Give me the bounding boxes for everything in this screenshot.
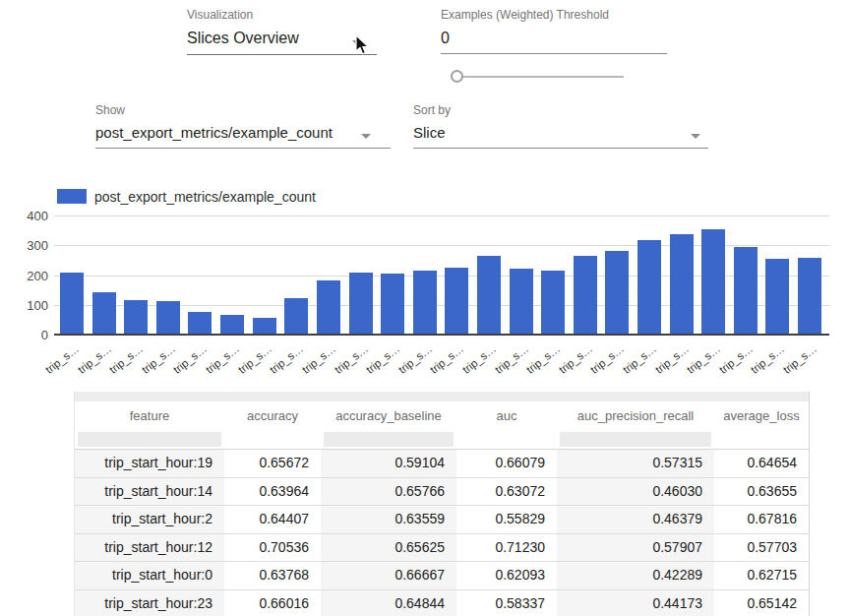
table-row[interactable]: trip_start_hour:00.637680.666670.620930.… xyxy=(75,562,809,590)
bar[interactable] xyxy=(188,312,212,335)
show-label: Show xyxy=(95,103,391,117)
metric-cell: 0.65672 xyxy=(224,450,321,477)
bar[interactable] xyxy=(798,258,821,335)
bar[interactable] xyxy=(92,292,116,335)
bar[interactable] xyxy=(541,271,565,335)
mouse-cursor-icon xyxy=(354,34,370,56)
metric-cell: 0.46030 xyxy=(557,478,714,506)
feature-cell: trip_start_hour:23 xyxy=(75,590,224,616)
metric-cell: 0.57315 xyxy=(557,450,714,477)
y-axis-tick: 100 xyxy=(9,298,48,313)
slider-handle[interactable] xyxy=(451,70,463,83)
table-filter-cell xyxy=(456,429,557,449)
bar[interactable] xyxy=(477,256,501,336)
table-header-cell[interactable]: auc_precision_recall xyxy=(557,408,714,423)
metric-cell: 0.65142 xyxy=(714,590,809,616)
threshold-field[interactable]: Examples (Weighted) Threshold 0 xyxy=(441,8,667,54)
bar[interactable] xyxy=(413,271,437,335)
table-filter-cell xyxy=(321,429,456,449)
metric-cell: 0.62715 xyxy=(714,562,809,589)
threshold-label: Examples (Weighted) Threshold xyxy=(441,8,667,22)
feature-cell: trip_start_hour:12 xyxy=(75,534,224,562)
bar[interactable] xyxy=(124,300,148,335)
table-filter-cell xyxy=(224,429,321,449)
bar[interactable] xyxy=(317,280,340,335)
threshold-slider[interactable] xyxy=(451,70,624,85)
sortby-dropdown[interactable]: Sort by Slice xyxy=(413,103,708,149)
metric-cell: 0.63655 xyxy=(714,478,809,506)
bar[interactable] xyxy=(637,240,661,335)
metric-cell: 0.44173 xyxy=(557,590,714,616)
table-row[interactable]: trip_start_hour:120.705360.656250.712300… xyxy=(75,534,809,563)
bar[interactable] xyxy=(701,229,725,335)
bar[interactable] xyxy=(349,273,373,335)
bar[interactable] xyxy=(574,256,597,335)
x-axis-line xyxy=(54,334,829,336)
bar[interactable] xyxy=(510,269,533,336)
sortby-value[interactable]: Slice xyxy=(413,124,708,141)
bar[interactable] xyxy=(284,298,308,335)
table-row[interactable]: trip_start_hour:230.660160.648440.583370… xyxy=(75,590,809,616)
bar[interactable] xyxy=(60,273,84,335)
metric-cell: 0.70536 xyxy=(224,534,321,562)
metric-cell: 0.66016 xyxy=(224,590,321,616)
metric-cell: 0.66667 xyxy=(321,562,456,589)
bar[interactable] xyxy=(220,315,244,335)
table-filter-input[interactable] xyxy=(560,432,711,447)
metric-cell: 0.65625 xyxy=(321,534,456,562)
metric-cell: 0.42289 xyxy=(557,562,714,589)
bar[interactable] xyxy=(765,259,789,335)
table-filter-row xyxy=(75,429,809,450)
metric-cell: 0.71230 xyxy=(456,534,557,562)
slider-track[interactable] xyxy=(451,76,624,78)
table-filter-input[interactable] xyxy=(324,432,454,447)
metric-cell: 0.62093 xyxy=(456,562,557,589)
show-dropdown[interactable]: Show post_export_metrics/example_count xyxy=(95,103,391,149)
bar[interactable] xyxy=(605,251,629,335)
y-axis-tick: 400 xyxy=(9,209,48,223)
feature-cell: trip_start_hour:14 xyxy=(75,478,224,506)
bar[interactable] xyxy=(670,234,694,335)
metric-cell: 0.64407 xyxy=(224,506,321,533)
visualization-dropdown[interactable]: Visualization Slices Overview xyxy=(187,8,377,55)
table-header-cell[interactable]: feature xyxy=(75,408,224,423)
table-top-sliver xyxy=(75,392,809,401)
metric-cell: 0.63559 xyxy=(321,506,456,533)
show-value[interactable]: post_export_metrics/example_count xyxy=(95,124,391,141)
bar[interactable] xyxy=(381,274,404,335)
metric-cell: 0.63768 xyxy=(224,562,321,589)
table-filter-cell xyxy=(75,429,224,449)
metric-cell: 0.66079 xyxy=(456,450,557,477)
metric-cell: 0.58337 xyxy=(456,590,557,616)
chevron-down-icon[interactable] xyxy=(361,134,371,139)
gridline xyxy=(54,216,829,216)
metric-cell: 0.46379 xyxy=(557,506,714,533)
feature-cell: trip_start_hour:19 xyxy=(75,450,224,477)
metric-cell: 0.64654 xyxy=(714,450,809,477)
visualization-label: Visualization xyxy=(187,8,377,22)
metric-cell: 0.57907 xyxy=(557,534,714,562)
slices-bar-chart: post_export_metrics/example_count 400300… xyxy=(0,182,849,389)
visualization-value[interactable]: Slices Overview xyxy=(187,30,377,47)
table-header-cell[interactable]: accuracy xyxy=(224,408,321,423)
table-row[interactable]: trip_start_hour:20.644070.635590.558290.… xyxy=(75,506,809,534)
bar[interactable] xyxy=(734,247,758,335)
metric-cell: 0.64844 xyxy=(321,590,456,616)
bar[interactable] xyxy=(156,301,180,335)
bar[interactable] xyxy=(253,318,276,336)
table-row[interactable]: trip_start_hour:190.656720.591040.660790… xyxy=(75,450,809,478)
metric-cell: 0.55829 xyxy=(456,506,557,533)
bar[interactable] xyxy=(445,268,468,335)
table-header-cell[interactable]: average_loss xyxy=(714,408,809,423)
metrics-table: featureaccuracyaccuracy_baselineaucauc_p… xyxy=(74,392,810,616)
chevron-down-icon[interactable] xyxy=(691,134,700,139)
metric-cell: 0.57703 xyxy=(714,534,809,562)
table-filter-input[interactable] xyxy=(78,432,221,447)
table-header-cell[interactable]: accuracy_baseline xyxy=(321,408,456,423)
y-axis-tick: 300 xyxy=(9,238,48,253)
table-filter-cell xyxy=(714,429,809,449)
table-header-cell[interactable]: auc xyxy=(456,408,557,423)
threshold-input[interactable]: 0 xyxy=(441,30,667,47)
table-header-row: featureaccuracyaccuracy_baselineaucauc_p… xyxy=(75,401,809,429)
table-row[interactable]: trip_start_hour:140.639640.657660.630720… xyxy=(75,478,809,507)
